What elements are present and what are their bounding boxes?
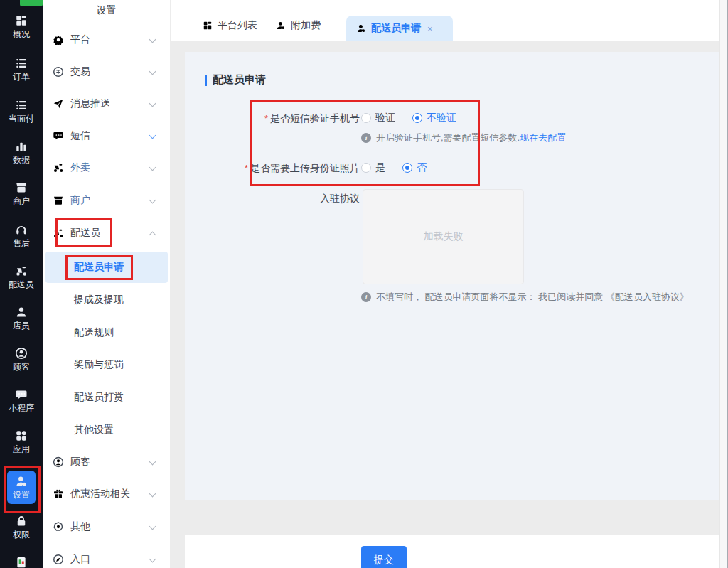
settings-nav-customer[interactable]: 顾客 [43,446,171,478]
compass-icon [53,554,65,565]
chevron-down-icon [149,459,156,466]
radio-no-label[interactable]: 否 [417,161,427,174]
close-icon[interactable]: × [427,23,433,34]
nav-after-sales[interactable]: 售后 [0,223,43,248]
settings-nav-delivery-rules[interactable]: 配送规则 [43,317,171,348]
lock-icon [15,515,28,527]
radio-no-verify-label[interactable]: 不验证 [427,112,456,124]
nav-mini-program[interactable]: 小程序 [0,388,43,413]
nav-orders[interactable]: 订单 [0,57,43,82]
settings-nav-courier[interactable]: 配送员 [43,218,171,249]
radio-verify-label[interactable]: 验证 [375,112,395,124]
store-icon [15,181,28,194]
settings-nav-commission-withdraw[interactable]: 提成及提现 [43,284,171,316]
nav-bottom-partial[interactable] [0,556,43,568]
radio-no-verify[interactable] [412,113,422,123]
person-gear-icon [276,21,286,31]
nav-data[interactable]: 数据 [0,140,43,165]
store-icon [53,195,65,206]
radio-yes[interactable] [361,163,371,173]
sms-verify-label: *是否短信验证手机号 [240,111,360,126]
tab-bar: 平台列表 附加费 配送员申请 × [171,9,728,41]
doc-icon [15,556,28,568]
person-gear-icon [356,23,366,33]
divider [124,11,165,11]
list-icon [15,57,28,70]
title-accent-bar [205,75,207,86]
nav-settings[interactable]: 设置 [0,471,43,504]
settings-nav-trade[interactable]: 交易 [43,56,171,87]
nav-merchant[interactable]: 商户 [0,181,43,206]
grid-icon [203,21,213,31]
radio-yes-label[interactable]: 是 [375,161,385,174]
id-photo-label: *是否需要上传身份证照片 [240,161,360,176]
settings-nav-courier-apply[interactable]: 配送员申请 [46,252,168,283]
nav-face-to-face-pay[interactable]: 当面付 [0,99,43,124]
id-photo-radio-group: 是 否 [361,161,427,175]
transaction-icon [53,66,65,77]
radio-verify[interactable] [361,113,371,123]
settings-nav-entry[interactable]: 入口 [43,544,171,568]
settings-nav-promotions[interactable]: 优惠活动相关 [43,478,171,510]
app-logo [20,0,43,6]
gift-icon [53,488,65,500]
nav-apps[interactable]: 应用 [0,429,43,454]
scooter-icon [15,264,28,277]
nav-courier[interactable]: 配送员 [0,264,43,289]
list-icon [15,99,28,112]
chevron-down-icon [149,523,156,530]
settings-nav-reward-punish[interactable]: 奖励与惩罚 [43,349,171,380]
top-strip [171,0,728,9]
grid-icon [15,14,28,27]
chart-icon [15,140,28,153]
form-footer: 提交 [185,535,719,568]
settings-nav-merchant[interactable]: 商户 [43,185,171,216]
tab-platform-list[interactable]: 平台列表 [203,9,257,41]
agreement-hint: i 不填写时， 配送员申请页面将不显示： 我已阅读并同意 《配送员入驻协议》 [361,291,689,304]
configure-now-link[interactable]: 现在去配置 [520,132,566,143]
send-icon [53,98,65,109]
chevron-down-icon [149,491,156,498]
required-asterisk: * [245,163,248,173]
nav-staff[interactable]: 店员 [0,306,43,331]
active-nav-highlight: 设置 [7,471,36,504]
chevron-down-icon [149,556,156,563]
info-icon: i [361,133,371,143]
settings-nav-platform[interactable]: 平台 [43,24,171,55]
settings-nav-takeout[interactable]: 外卖 [43,152,171,183]
settings-nav-other-settings[interactable]: 其他设置 [43,414,171,446]
sms-verify-radio-group: 验证 不验证 [361,111,456,125]
tab-courier-apply[interactable]: 配送员申请 × [346,16,453,41]
load-failed-text: 加载失败 [424,230,464,243]
settings-nav-sms[interactable]: 短信 [43,120,171,151]
primary-sidebar: 概况 订单 当面付 数据 商户 售后 配送员 店员 顾客 小程序 应用 [0,0,43,568]
person-circle-icon [15,347,28,360]
nav-permissions[interactable]: 权限 [0,515,43,540]
chevron-down-icon [149,164,156,171]
divider [48,11,90,11]
person-circle-icon [53,456,65,468]
info-icon: i [361,292,371,302]
submit-button[interactable]: 提交 [361,546,407,568]
gear-icon [53,34,65,45]
chevron-down-icon [149,100,156,107]
settings-sidebar-title: 设置 [97,4,117,17]
nav-overview[interactable]: 概况 [0,14,43,39]
person-icon [15,306,28,318]
scrollbar[interactable] [719,0,728,568]
settings-nav-message-push[interactable]: 消息推送 [43,88,171,119]
page-title: 配送员申请 [205,73,266,87]
radio-no[interactable] [402,163,412,173]
agreement-editor[interactable]: 加载失败 [363,189,524,284]
settings-nav-courier-tip[interactable]: 配送员打赏 [43,382,171,413]
nav-customer[interactable]: 顾客 [0,347,43,372]
tab-label: 平台列表 [218,19,257,32]
tab-label: 配送员申请 [371,22,421,35]
chat-icon [53,130,65,141]
settings-nav-other[interactable]: 其他 [43,511,171,542]
chevron-down-icon [149,197,156,204]
ring-icon [53,521,65,532]
tab-surcharge[interactable]: 附加费 [276,9,321,41]
headset-icon [15,223,28,236]
chat-icon [15,388,28,401]
